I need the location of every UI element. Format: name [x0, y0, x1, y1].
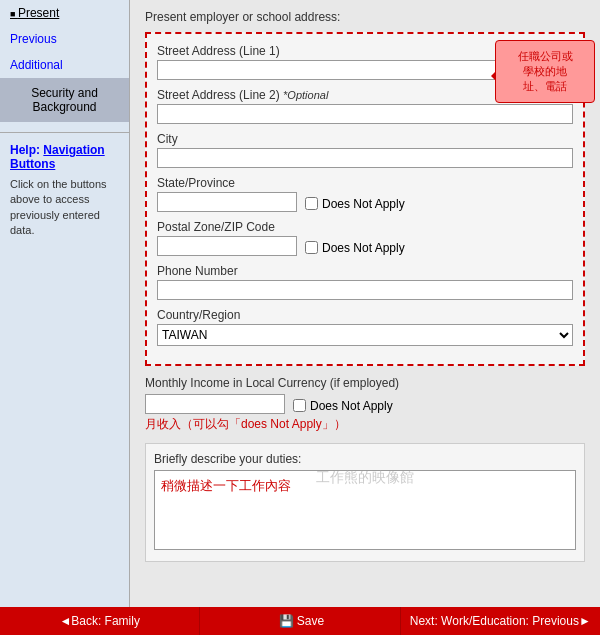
duties-wrapper: Briefly describe your duties: 稍微描述一下工作內容	[145, 443, 585, 562]
income-label: Monthly Income in Local Currency (if emp…	[145, 376, 585, 390]
income-input[interactable]	[145, 394, 285, 414]
save-icon: 💾	[279, 614, 294, 628]
city-input[interactable]	[157, 148, 573, 168]
sidebar: Present Previous Additional Security and…	[0, 0, 130, 607]
postal-does-not-apply-checkbox[interactable]	[305, 241, 318, 254]
back-button[interactable]: Back: Family	[0, 607, 200, 635]
income-does-not-apply-checkbox[interactable]	[293, 399, 306, 412]
phone-label: Phone Number	[157, 264, 573, 278]
country-group: Country/Region TAIWAN	[157, 308, 573, 346]
state-group: State/Province Does Not Apply	[157, 176, 573, 212]
sidebar-item-present[interactable]: Present	[0, 0, 129, 26]
postal-does-not-apply-label: Does Not Apply	[322, 241, 405, 255]
income-does-not-apply-row: Does Not Apply	[293, 399, 393, 413]
state-label: State/Province	[157, 176, 573, 190]
next-button[interactable]: Next: Work/Education: Previous	[401, 607, 600, 635]
city-group: City	[157, 132, 573, 168]
sidebar-item-previous[interactable]: Previous	[0, 26, 129, 52]
state-row: Does Not Apply	[157, 192, 573, 212]
section-title: Present employer or school address:	[145, 10, 585, 24]
bottom-nav: Back: Family 💾 Save Next: Work/Education…	[0, 607, 600, 635]
phone-input[interactable]	[157, 280, 573, 300]
state-does-not-apply-label: Does Not Apply	[322, 197, 405, 211]
sidebar-item-security[interactable]: Security and Background	[0, 78, 129, 122]
sidebar-item-additional[interactable]: Additional	[0, 52, 129, 78]
postal-row: Does Not Apply	[157, 236, 573, 256]
sidebar-help: Help: Navigation Buttons Click on the bu…	[0, 132, 129, 249]
help-title: Help: Navigation Buttons	[10, 143, 119, 171]
income-note: 月收入（可以勾「does Not Apply」）	[145, 416, 585, 433]
save-button[interactable]: 💾 Save	[200, 607, 400, 635]
state-does-not-apply-row: Does Not Apply	[305, 197, 405, 211]
postal-input[interactable]	[157, 236, 297, 256]
duties-textarea[interactable]: 稍微描述一下工作內容	[154, 470, 576, 550]
postal-group: Postal Zone/ZIP Code Does Not Apply	[157, 220, 573, 256]
country-select[interactable]: TAIWAN	[157, 324, 573, 346]
income-area: Monthly Income in Local Currency (if emp…	[145, 376, 585, 433]
phone-group: Phone Number	[157, 264, 573, 300]
content-area: Present employer or school address: Stre…	[130, 0, 600, 607]
postal-does-not-apply-row: Does Not Apply	[305, 241, 405, 255]
street2-input[interactable]	[157, 104, 573, 124]
duties-label: Briefly describe your duties:	[154, 452, 576, 466]
city-label: City	[157, 132, 573, 146]
help-text: Click on the buttons above to access pre…	[10, 177, 119, 239]
income-does-not-apply-label: Does Not Apply	[310, 399, 393, 413]
tooltip-bubble: 任職公司或 學校的地 址、電話	[495, 40, 595, 103]
state-input[interactable]	[157, 192, 297, 212]
state-does-not-apply-checkbox[interactable]	[305, 197, 318, 210]
income-row: Does Not Apply	[145, 394, 585, 414]
postal-label: Postal Zone/ZIP Code	[157, 220, 573, 234]
country-label: Country/Region	[157, 308, 573, 322]
